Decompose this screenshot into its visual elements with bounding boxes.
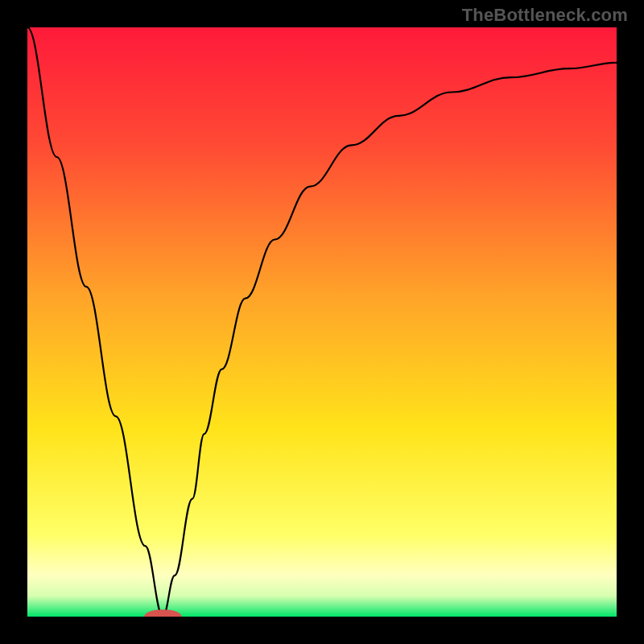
gradient-background [27, 27, 617, 617]
chart-svg [27, 27, 617, 617]
chart-frame: TheBottleneck.com [0, 0, 644, 644]
watermark-text: TheBottleneck.com [462, 5, 628, 26]
plot-area [27, 27, 617, 617]
